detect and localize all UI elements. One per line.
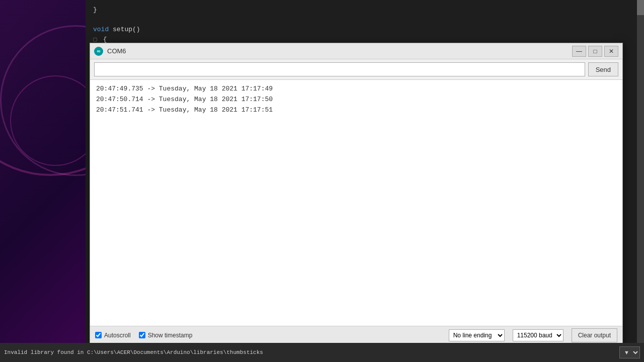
autoscroll-label: Autoscroll [104, 332, 131, 339]
output-line-2: 20:47:50.714 -> Tuesday, May 18 2021 17:… [96, 95, 616, 105]
show-timestamp-checkbox[interactable] [139, 332, 145, 338]
serial-input[interactable] [94, 62, 585, 76]
status-bar: Autoscroll Show timestamp No line ending… [90, 326, 622, 344]
send-button[interactable]: Send [588, 62, 618, 76]
code-line-1: } [93, 5, 636, 15]
line-ending-select[interactable]: No line ending Newline Carriage return B… [449, 329, 505, 341]
taskbar-message: Invalid library found in C:\Users\ACER\D… [4, 349, 619, 355]
baud-rate-select[interactable]: 300 baud 1200 baud 2400 baud 4800 baud 9… [513, 329, 564, 341]
output-line-1: 20:47:49.735 -> Tuesday, May 18 2021 17:… [96, 84, 616, 95]
serial-monitor-dialog: ∞ COM6 — □ ✕ Send 20:47:49.735 -> Tuesda… [90, 43, 623, 344]
taskbar-area: Invalid library found in C:\Users\ACER\D… [0, 343, 644, 362]
code-keyword-void: void [93, 26, 109, 33]
code-fold-icon: ▢ [93, 36, 97, 43]
show-timestamp-group[interactable]: Show timestamp [139, 332, 193, 339]
window-controls: — □ ✕ [572, 46, 618, 57]
dialog-icon-label: ∞ [97, 48, 100, 54]
show-timestamp-label: Show timestamp [148, 332, 193, 339]
code-line-3: void setup() [93, 25, 636, 35]
clear-output-button[interactable]: Clear output [572, 328, 617, 342]
close-button[interactable]: ✕ [604, 46, 618, 57]
code-scrollbar-thumb[interactable] [637, 0, 644, 15]
title-bar: ∞ COM6 — □ ✕ [90, 43, 622, 59]
taskbar-right: ▼ [619, 346, 640, 358]
code-func-setup: setup() [113, 26, 140, 33]
input-bar: Send [90, 59, 622, 80]
dialog-icon: ∞ [94, 47, 103, 56]
taskbar-dropdown[interactable]: ▼ [619, 346, 640, 358]
minimize-button[interactable]: — [572, 46, 586, 57]
autoscroll-checkbox[interactable] [95, 332, 102, 338]
maximize-button[interactable]: □ [588, 46, 602, 57]
code-line-2 [93, 15, 636, 25]
output-area: 20:47:49.735 -> Tuesday, May 18 2021 17:… [90, 80, 622, 326]
dialog-title: COM6 [107, 47, 568, 55]
code-scrollbar[interactable] [637, 0, 644, 362]
code-brace: { [103, 36, 107, 43]
output-line-3: 20:47:51.741 -> Tuesday, May 18 2021 17:… [96, 105, 616, 116]
autoscroll-group[interactable]: Autoscroll [95, 332, 131, 339]
